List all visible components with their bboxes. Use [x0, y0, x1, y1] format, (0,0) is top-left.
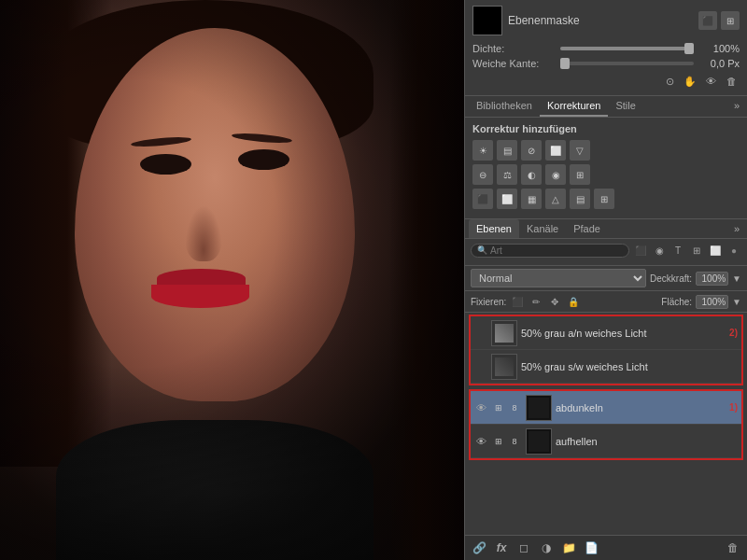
korr-icon-vibrance[interactable]: ▽ [570, 140, 590, 161]
deckkraft-label: Deckkraft: [650, 273, 692, 284]
layer-adj-icon-2[interactable]: 8 [507, 400, 522, 415]
layer-adjustment-icons: ⊞ 8 [491, 434, 522, 449]
korr-icon-mixer[interactable]: ⊞ [570, 164, 590, 185]
weiche-kante-value: 0,0 Px [698, 58, 740, 69]
layer-icon-3[interactable]: T [670, 243, 685, 258]
search-icon: 🔍 [477, 245, 487, 255]
korr-icon-selective[interactable]: ⊞ [594, 189, 614, 209]
mask-thumbnail [472, 6, 502, 35]
layer-icon-4[interactable]: ⊞ [689, 243, 704, 258]
korr-icon-hue[interactable]: ⊖ [472, 164, 493, 185]
korr-icon-invert[interactable]: ⬜ [497, 189, 517, 209]
mask-action-2[interactable]: ✋ [682, 73, 698, 90]
lock-transparent[interactable]: ⬛ [510, 294, 525, 309]
panel-collapse[interactable]: » [730, 96, 743, 117]
deckkraft-arrow[interactable]: ▼ [732, 273, 741, 284]
layer-item[interactable]: 👁 50% grau a/n weiches Licht 2) [471, 316, 741, 350]
layer-item[interactable]: 👁 ⊞ 8 abdunkeln 1) [471, 391, 741, 425]
layer-search-input[interactable] [490, 245, 537, 256]
layer-name: abdunkeln [556, 402, 722, 413]
korr-icon-gradient[interactable]: ▤ [570, 189, 590, 209]
layer-search-row: 🔍 ⬛ ◉ T ⊞ ⬜ ● [471, 243, 741, 258]
korr-icon-exposure[interactable]: ⬜ [545, 140, 566, 161]
mask-icon-btn-1[interactable]: ⬛ [698, 11, 717, 30]
ebenen-panel-collapse[interactable]: » [730, 219, 743, 238]
korr-icon-colorbalance[interactable]: ⚖ [497, 164, 517, 185]
link-icon[interactable]: 🔗 [471, 539, 487, 556]
photo-canvas [0, 0, 464, 560]
korr-icon-posterize[interactable]: ▦ [521, 189, 542, 209]
layer-name: 50% grau a/n weiches Licht [521, 328, 722, 339]
mask-icon-btn-2[interactable]: ⊞ [721, 11, 740, 30]
korr-icons-row-2: ⊖ ⚖ ◐ ◉ ⊞ [472, 164, 740, 185]
layer-item[interactable]: 👁 ⊞ 8 aufhellen [471, 425, 741, 458]
weiche-kante-slider[interactable] [560, 62, 694, 65]
blend-mode-row: Normal Deckkraft: ▼ [465, 266, 747, 291]
layer-list: 👁 50% grau a/n weiches Licht 2) 👁 50% gr… [465, 313, 747, 535]
layer-adjustment-icons: ⊞ 8 [491, 400, 522, 415]
weiche-kante-label: Weiche Kante: [472, 58, 557, 69]
adjustments-icon[interactable]: ◑ [538, 539, 555, 556]
layer-adj-icon-1[interactable]: ⊞ [491, 434, 506, 449]
layer-thumbnail [526, 395, 552, 421]
layer-icon-toggle[interactable]: ● [726, 243, 741, 258]
flaeche-input[interactable] [696, 295, 728, 309]
flaeche-arrow[interactable]: ▼ [732, 297, 741, 307]
lock-row: Fixieren: ⬛ ✏ ✥ 🔒 Fläche: ▼ [465, 291, 747, 313]
tab-bibliotheken[interactable]: Bibliotheken [469, 96, 540, 117]
weiche-kante-row: Weiche Kante: 0,0 Px [472, 58, 740, 69]
tab-ebenen[interactable]: Ebenen [469, 219, 519, 238]
korr-icon-bw[interactable]: ◐ [521, 164, 542, 185]
korr-icon-levels[interactable]: ▤ [497, 140, 517, 161]
lock-paint[interactable]: ✏ [529, 294, 543, 309]
visibility-toggle[interactable]: 👁 [474, 401, 487, 414]
dichte-label: Dichte: [472, 43, 557, 54]
deckkraft-input[interactable] [696, 272, 728, 286]
visibility-toggle[interactable]: 👁 [474, 327, 487, 340]
mask-section: Ebenenmaske ⬛ ⊞ Dichte: 100% Weiche Kant… [465, 0, 747, 96]
korr-icon-threshold[interactable]: △ [545, 189, 566, 209]
korr-icon-curves[interactable]: ⊘ [521, 140, 542, 161]
delete-layer-icon[interactable]: 🗑 [725, 539, 741, 556]
mask-action-1[interactable]: ⊙ [661, 73, 678, 90]
lock-move[interactable]: ✥ [547, 294, 562, 309]
tab-pfade[interactable]: Pfade [566, 219, 608, 238]
layer-icon-2[interactable]: ◉ [652, 243, 667, 258]
blend-mode-select[interactable]: Normal [471, 269, 646, 287]
dichte-slider[interactable] [560, 47, 694, 50]
layer-icon-1[interactable]: ⬛ [633, 243, 648, 258]
layer-thumbnail [491, 320, 517, 346]
layer-item[interactable]: 👁 50% grau s/w weiches Licht [471, 350, 741, 384]
tab-stile[interactable]: Stile [608, 96, 642, 117]
tab-korrekturen[interactable]: Korrekturen [540, 96, 608, 117]
new-layer-icon[interactable]: 📄 [583, 539, 599, 556]
mask-action-3[interactable]: 👁 [702, 73, 719, 90]
mask-action-4[interactable]: 🗑 [723, 73, 740, 90]
lock-all[interactable]: 🔒 [566, 294, 581, 309]
layer-thumbnail [526, 428, 552, 455]
add-mask-icon[interactable]: ◻ [515, 539, 532, 556]
layer-adj-icon-1[interactable]: ⊞ [491, 400, 506, 415]
layer-icon-5[interactable]: ⬜ [708, 243, 723, 258]
ebenen-section: Ebenen Kanäle Pfade » 🔍 ⬛ ◉ T ⊞ ⬜ ● [465, 219, 747, 560]
flaeche-label: Fläche: [661, 297, 692, 307]
fx-icon[interactable]: fx [493, 539, 510, 556]
tab-kanaele[interactable]: Kanäle [519, 219, 566, 238]
fixieren-label: Fixieren: [471, 297, 506, 307]
korrekturen-section: Korrektur hinzufügen ☀ ▤ ⊘ ⬜ ▽ ⊖ ⚖ ◐ ◉ ⊞… [465, 118, 747, 219]
layer-annotation: 1) [729, 402, 738, 413]
dichte-row: Dichte: 100% [472, 43, 740, 54]
new-group-icon[interactable]: 📁 [560, 539, 577, 556]
library-tabs: Bibliotheken Korrekturen Stile » [465, 96, 747, 118]
right-panel: Ebenenmaske ⬛ ⊞ Dichte: 100% Weiche Kant… [464, 0, 747, 560]
visibility-toggle[interactable]: 👁 [474, 435, 487, 448]
ebenen-tabs: Ebenen Kanäle Pfade » [465, 219, 747, 239]
korr-icons-row-1: ☀ ▤ ⊘ ⬜ ▽ [472, 140, 740, 161]
korr-icon-brightness[interactable]: ☀ [472, 140, 493, 161]
layer-adj-icon-2[interactable]: 8 [507, 434, 522, 449]
korrekturen-title: Korrektur hinzufügen [472, 123, 740, 134]
layer-group-red: 👁 50% grau a/n weiches Licht 2) 👁 50% gr… [469, 315, 743, 385]
korr-icon-colorsearch[interactable]: ⬛ [472, 189, 493, 209]
korr-icon-photofilter[interactable]: ◉ [545, 164, 566, 185]
visibility-toggle[interactable]: 👁 [474, 360, 487, 373]
